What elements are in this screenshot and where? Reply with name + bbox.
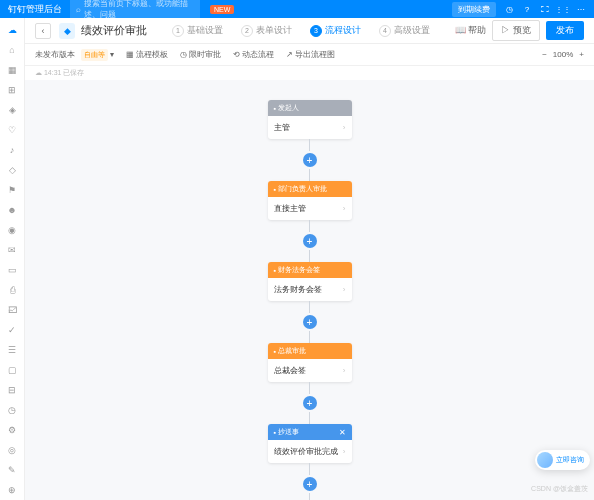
node-header: ▪部门负责人审批 xyxy=(268,181,352,197)
tab-form[interactable]: 2表单设计 xyxy=(241,24,292,37)
tab-advanced[interactable]: 4高级设置 xyxy=(379,24,430,37)
rail-list-icon[interactable]: ☰ xyxy=(6,344,18,356)
grid-icon[interactable]: ⋮⋮ xyxy=(558,4,568,14)
add-node-button[interactable]: + xyxy=(303,396,317,410)
rail-grid-icon[interactable]: ⊞ xyxy=(6,84,18,96)
chevron-right-icon: › xyxy=(343,366,346,375)
version-label[interactable]: 未发布版本自由等 ▾ xyxy=(35,49,114,61)
add-node-button[interactable]: + xyxy=(303,477,317,491)
preview-button[interactable]: ▷ 预览 xyxy=(492,20,540,41)
rail-gear-icon[interactable]: ⚙ xyxy=(6,424,18,436)
zoom-level: 100% xyxy=(553,50,573,59)
rail-apps-icon[interactable]: ▦ xyxy=(6,64,18,76)
tool-dynamic[interactable]: ⟲ 动态流程 xyxy=(233,49,274,60)
page-icon: ◆ xyxy=(59,23,75,39)
node-body: 主管› xyxy=(268,116,352,139)
node-body: 绩效评价审批完成› xyxy=(268,440,352,463)
rail-check-icon[interactable]: ✓ xyxy=(6,324,18,336)
node-header: ▪财务法务会签 xyxy=(268,262,352,278)
flow-canvas: ▪发起人主管›+▪部门负责人审批直接主管›+▪财务法务会签法务财务会签›+▪总裁… xyxy=(25,80,594,500)
rail-chart-icon[interactable]: 🗠 xyxy=(6,304,18,316)
rail-home-icon[interactable]: ⌂ xyxy=(6,44,18,56)
page-title: 绩效评价审批 xyxy=(81,23,147,38)
rail-folder-icon[interactable]: ▭ xyxy=(6,264,18,276)
avatar-icon xyxy=(537,452,553,468)
watermark: CSDN @饭盒盖茨 xyxy=(531,484,588,494)
tool-template[interactable]: ▦ 流程模板 xyxy=(126,49,168,60)
rail-music-icon[interactable]: ♪ xyxy=(6,144,18,156)
rail-square-icon[interactable]: ▢ xyxy=(6,364,18,376)
saved-label: ☁ 14:31 已保存 xyxy=(25,66,594,80)
rail-misc-icon[interactable]: ⊕ xyxy=(6,484,18,496)
node-body: 总裁会签› xyxy=(268,359,352,382)
rail-doc-icon[interactable]: ◉ xyxy=(6,224,18,236)
back-button[interactable]: ‹ xyxy=(35,23,51,39)
clock-icon[interactable]: ◷ xyxy=(504,4,514,14)
chevron-right-icon: › xyxy=(343,123,346,132)
float-help-button[interactable]: 立即咨询 xyxy=(535,450,590,470)
promo-button[interactable]: 到期续费 xyxy=(452,2,496,17)
node-body: 法务财务会签› xyxy=(268,278,352,301)
expand-icon[interactable]: ⛶ xyxy=(540,4,550,14)
side-rail: ☁ ⌂ ▦ ⊞ ◈ ♡ ♪ ◇ ⚑ ☻ ◉ ✉ ▭ ⎙ 🗠 ✓ ☰ ▢ ⊟ ◷ … xyxy=(0,18,25,500)
tool-timer[interactable]: ◷ 限时审批 xyxy=(180,49,221,60)
rail-db-icon[interactable]: ⊟ xyxy=(6,384,18,396)
close-icon[interactable]: ✕ xyxy=(339,428,346,437)
rail-mail-icon[interactable]: ✉ xyxy=(6,244,18,256)
node-header: ▪发起人 xyxy=(268,100,352,116)
search-icon: ⌕ xyxy=(76,5,81,14)
add-node-button[interactable]: + xyxy=(303,234,317,248)
flow-node[interactable]: ▪财务法务会签法务财务会签› xyxy=(268,262,352,301)
tab-basic[interactable]: 1基础设置 xyxy=(172,24,223,37)
add-node-button[interactable]: + xyxy=(303,315,317,329)
help-icon[interactable]: ? xyxy=(522,4,532,14)
publish-button[interactable]: 发布 xyxy=(546,21,584,40)
rail-chat-icon[interactable]: ☻ xyxy=(6,204,18,216)
flow-node[interactable]: ▪发起人主管› xyxy=(268,100,352,139)
zoom-in[interactable]: + xyxy=(579,50,584,59)
chevron-right-icon: › xyxy=(343,285,346,294)
node-header: ▪总裁审批 xyxy=(268,343,352,359)
rail-cloud-icon[interactable]: ☁ xyxy=(6,24,18,36)
flow-node[interactable]: ▪抄送事✕绩效评价审批完成› xyxy=(268,424,352,463)
rail-diamond-icon[interactable]: ◇ xyxy=(6,164,18,176)
flow-node[interactable]: ▪部门负责人审批直接主管› xyxy=(268,181,352,220)
tool-export[interactable]: ↗ 导出流程图 xyxy=(286,49,335,60)
help-link[interactable]: 📖 帮助 xyxy=(455,24,487,37)
rail-print-icon[interactable]: ⎙ xyxy=(6,284,18,296)
app-logo: 钉钉管理后台 xyxy=(8,3,62,16)
dropdown-icon[interactable]: ⋯ xyxy=(576,4,586,14)
flow-node[interactable]: ▪总裁审批总裁会签› xyxy=(268,343,352,382)
add-node-button[interactable]: + xyxy=(303,153,317,167)
rail-clock-icon[interactable]: ◷ xyxy=(6,404,18,416)
rail-user-icon[interactable]: ♡ xyxy=(6,124,18,136)
tab-flow[interactable]: 3流程设计 xyxy=(310,24,361,37)
chevron-right-icon: › xyxy=(343,447,346,456)
rail-gem-icon[interactable]: ◈ xyxy=(6,104,18,116)
chevron-right-icon: › xyxy=(343,204,346,213)
rail-target-icon[interactable]: ◎ xyxy=(6,444,18,456)
node-header: ▪抄送事✕ xyxy=(268,424,352,440)
node-body: 直接主管› xyxy=(268,197,352,220)
rail-flag-icon[interactable]: ⚑ xyxy=(6,184,18,196)
rail-edit-icon[interactable]: ✎ xyxy=(6,464,18,476)
new-badge: NEW xyxy=(210,5,234,14)
zoom-out[interactable]: − xyxy=(542,50,547,59)
